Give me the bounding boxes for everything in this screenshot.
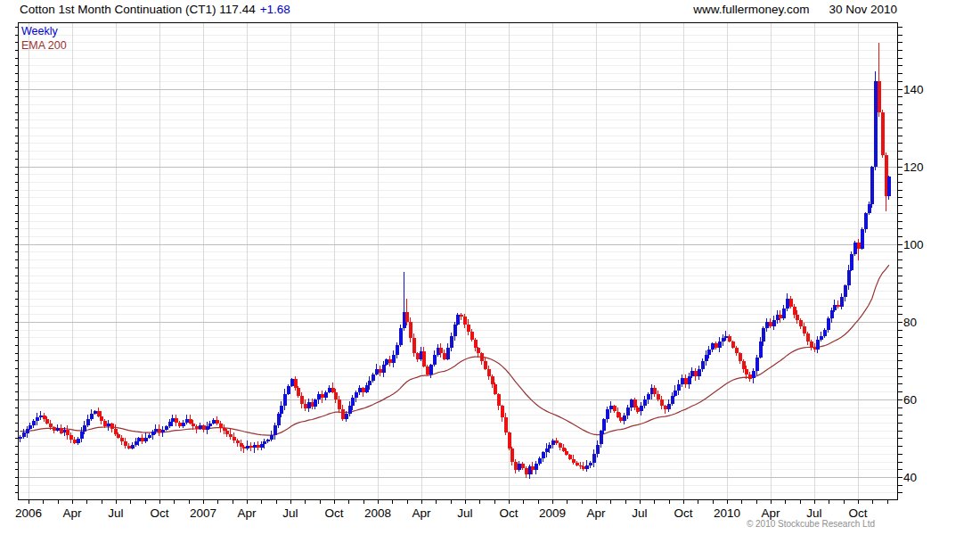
legend-weekly: Weekly xyxy=(21,25,58,37)
svg-text:Oct: Oct xyxy=(324,506,343,520)
svg-text:2007: 2007 xyxy=(190,506,216,520)
svg-text:Jul: Jul xyxy=(282,506,298,520)
svg-text:2008: 2008 xyxy=(364,506,391,520)
svg-text:2009: 2009 xyxy=(539,506,566,520)
svg-text:Jul: Jul xyxy=(632,506,647,520)
svg-text:140: 140 xyxy=(903,83,924,96)
svg-text:2010: 2010 xyxy=(714,506,740,520)
svg-text:100: 100 xyxy=(903,238,924,251)
candlestick-chart: 4060801001201402006AprJulOct2007AprJulOc… xyxy=(0,0,980,535)
svg-text:Apr: Apr xyxy=(412,506,431,520)
svg-text:Apr: Apr xyxy=(586,506,606,520)
svg-text:Oct: Oct xyxy=(499,506,518,520)
svg-text:80: 80 xyxy=(903,316,917,329)
svg-text:2006: 2006 xyxy=(15,506,42,520)
svg-text:Oct: Oct xyxy=(674,506,692,520)
svg-text:Apr: Apr xyxy=(62,506,82,520)
legend-ema-200: EMA 200 xyxy=(21,39,67,52)
svg-text:60: 60 xyxy=(903,393,917,407)
svg-text:Jul: Jul xyxy=(457,506,472,520)
svg-text:Oct: Oct xyxy=(848,506,867,520)
website-text: www.fullermoney.com xyxy=(693,3,809,16)
svg-text:Jul: Jul xyxy=(806,506,821,520)
svg-text:Apr: Apr xyxy=(237,506,257,520)
svg-text:Jul: Jul xyxy=(108,506,123,520)
svg-text:Oct: Oct xyxy=(150,506,168,520)
chart-date: 30 Nov 2010 xyxy=(829,3,897,16)
svg-text:120: 120 xyxy=(903,160,924,174)
chart-window: { "header": { "title": "Cotton 1st Month… xyxy=(0,0,980,535)
header-right: www.fullermoney.com30 Nov 2010 xyxy=(0,3,897,16)
svg-text:Apr: Apr xyxy=(761,506,780,520)
copyright-notice: © 2010 Stockcube Research Ltd xyxy=(0,519,875,529)
svg-text:40: 40 xyxy=(903,471,917,484)
